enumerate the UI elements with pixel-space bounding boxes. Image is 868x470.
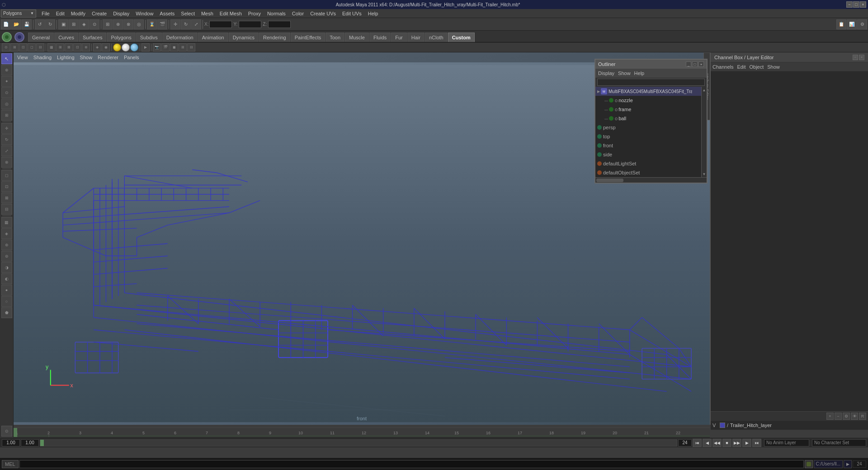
icon-tb-2[interactable]: ⊞ xyxy=(10,43,19,52)
tab-painteffects[interactable]: PaintEffects xyxy=(291,33,326,42)
tool-6[interactable]: ⊞ xyxy=(1,110,12,121)
cb-menu-show[interactable]: Show xyxy=(767,64,780,70)
toolbar-object-btn[interactable]: ◈ xyxy=(79,19,89,29)
menu-item-normals[interactable]: Normals xyxy=(264,10,288,17)
menu-item-display[interactable]: Display xyxy=(110,10,132,17)
status-input-options[interactable]: C:/Users/ll... xyxy=(814,460,843,468)
icon-tb-13[interactable]: ▶ xyxy=(142,43,150,52)
menu-item-select[interactable]: Select xyxy=(178,10,198,17)
cb-menu-object[interactable]: Object xyxy=(749,64,764,70)
tool-4[interactable]: ⊙ xyxy=(1,87,12,98)
menu-item-create-uvs[interactable]: Create UVs xyxy=(307,10,339,17)
layer-row[interactable]: V / Trailer_Hitch_layer xyxy=(711,421,868,430)
outliner-scroll-up[interactable]: ▲ xyxy=(702,87,707,93)
timeline-range[interactable] xyxy=(40,439,677,446)
icon-tb-9[interactable]: ⊡ xyxy=(73,43,81,52)
maximize-btn[interactable]: □ xyxy=(853,1,859,8)
tree-item-front[interactable]: front xyxy=(595,141,707,150)
tool-select[interactable]: ↖ xyxy=(1,53,12,64)
toolbar-snap2-btn[interactable]: ⊕ xyxy=(113,19,123,29)
tool-16[interactable]: ◈ xyxy=(1,228,12,239)
tab-fluids[interactable]: Fluids xyxy=(369,33,391,42)
menu-item-edit[interactable]: Edit xyxy=(53,10,67,17)
menu-item-file[interactable]: File xyxy=(39,10,52,17)
tab-fur[interactable]: Fur xyxy=(391,33,407,42)
toolbar-move-btn[interactable]: ✛ xyxy=(170,19,180,29)
toolbar-snap4-btn[interactable]: ◎ xyxy=(134,19,144,29)
icon-tb-8[interactable]: ⊠ xyxy=(65,43,73,52)
tool-18[interactable]: ⊜ xyxy=(1,251,12,262)
tab-rendering[interactable]: Rendering xyxy=(259,33,290,42)
char-set-selector[interactable]: No Character Set xyxy=(812,439,866,446)
icon-tb-15[interactable]: 🎬 xyxy=(161,43,170,52)
tool-8[interactable]: ↻ xyxy=(1,134,12,145)
toolbar-snap3-btn[interactable]: ⊗ xyxy=(123,19,133,29)
end-time-display[interactable]: 24 xyxy=(853,461,866,468)
x-input[interactable] xyxy=(209,21,232,28)
icon-tb-16[interactable]: ◼ xyxy=(170,43,178,52)
window-controls[interactable]: − □ × xyxy=(846,1,866,8)
icon-tb-14[interactable]: 📷 xyxy=(153,43,161,52)
toolbar-select-btn[interactable]: ▣ xyxy=(58,19,68,29)
y-input[interactable] xyxy=(239,21,261,28)
tool-13[interactable]: ⊠ xyxy=(1,193,12,203)
tree-item-root[interactable]: ▶ M MultiFBXASC045MultiFBXASC045Fit_Trai… xyxy=(595,87,707,96)
toolbar-hierarchy-btn[interactable]: ⊞ xyxy=(69,19,79,29)
icon-tb-1[interactable]: ⊙ xyxy=(2,43,10,52)
toolbar-open-btn[interactable]: 📂 xyxy=(11,19,21,29)
outliner-scroll-arrows[interactable]: ▲ ▼ xyxy=(701,87,707,177)
tab-polygons[interactable]: Polygons xyxy=(107,33,135,42)
cb-minimize-btn[interactable]: − xyxy=(853,55,858,60)
tree-item-nozzle[interactable]: — o nozzle xyxy=(595,96,707,105)
vp-menu-view[interactable]: View xyxy=(15,54,30,61)
play-next-btn[interactable]: ▶ xyxy=(742,439,751,447)
tab-dynamics[interactable]: Dynamics xyxy=(229,33,259,42)
outliner-close-btn[interactable]: × xyxy=(698,61,704,67)
layer-ref-btn[interactable]: R xyxy=(859,413,866,420)
play-stop-btn[interactable]: ■ xyxy=(722,439,731,447)
cb-close-btn[interactable]: × xyxy=(859,55,864,60)
toolbar-history-btn[interactable]: ⌛ xyxy=(147,19,157,29)
outliner-maximize-btn[interactable]: □ xyxy=(692,61,698,67)
icon-tb-12[interactable]: ◉ xyxy=(102,43,110,52)
tab-muscle[interactable]: Muscle xyxy=(345,33,369,42)
tab-icon-1[interactable] xyxy=(2,32,12,42)
tree-item-defaultlightset[interactable]: defaultLightSet xyxy=(595,159,707,168)
vp-menu-shading[interactable]: Shading xyxy=(32,54,53,61)
tool-9[interactable]: ⤢ xyxy=(1,146,12,156)
icon-tb-light-yellow[interactable] xyxy=(113,43,121,52)
tool-14[interactable]: ⊟ xyxy=(1,204,12,215)
outliner-menu-display[interactable]: Display xyxy=(598,70,614,76)
cb-menu-channels[interactable]: Channels xyxy=(712,64,733,70)
tab-curves[interactable]: Curves xyxy=(54,33,78,42)
tool-17[interactable]: ⊛ xyxy=(1,240,12,250)
icon-tb-10[interactable]: ⊗ xyxy=(82,43,90,52)
tool-12[interactable]: ⊡ xyxy=(1,181,12,192)
play-next-end-btn[interactable]: ⏭ xyxy=(752,439,761,447)
tree-item-top[interactable]: top xyxy=(595,132,707,141)
outliner-scroll-down[interactable]: ▼ xyxy=(702,171,707,177)
menu-item-color[interactable]: Color xyxy=(289,10,307,17)
tab-surfaces[interactable]: Surfaces xyxy=(79,33,106,42)
menu-item-help[interactable]: Help xyxy=(365,10,381,17)
close-btn[interactable]: × xyxy=(860,1,866,8)
outliner-scrollbar-h[interactable] xyxy=(595,177,707,183)
toolbar-redo-btn[interactable]: ↻ xyxy=(45,19,55,29)
tool-10[interactable]: ⊗ xyxy=(1,157,12,168)
tab-hair[interactable]: Hair xyxy=(407,33,425,42)
menu-item-mesh[interactable]: Mesh xyxy=(198,10,216,17)
channel-box-toggle-btn[interactable]: 📋 xyxy=(836,19,846,29)
cb-menu-edit[interactable]: Edit xyxy=(737,64,745,70)
toolbar-undo-btn[interactable]: ↺ xyxy=(35,19,45,29)
toolbar-new-btn[interactable]: 📄 xyxy=(1,19,11,29)
outliner-menu-help[interactable]: Help xyxy=(634,70,645,76)
icon-tb-light-blue[interactable] xyxy=(130,43,138,52)
tab-ncloth[interactable]: nCloth xyxy=(425,33,448,42)
tool-15[interactable]: ▦ xyxy=(1,217,12,228)
start-time-input[interactable]: 1.00 xyxy=(2,439,20,446)
tab-general[interactable]: General xyxy=(28,33,54,42)
icon-tb-17[interactable]: ⊞ xyxy=(179,43,187,52)
icon-tb-4[interactable]: ◻ xyxy=(28,43,36,52)
tool-3[interactable]: ✦ xyxy=(1,76,12,87)
tree-item-persp[interactable]: persp xyxy=(595,123,707,132)
